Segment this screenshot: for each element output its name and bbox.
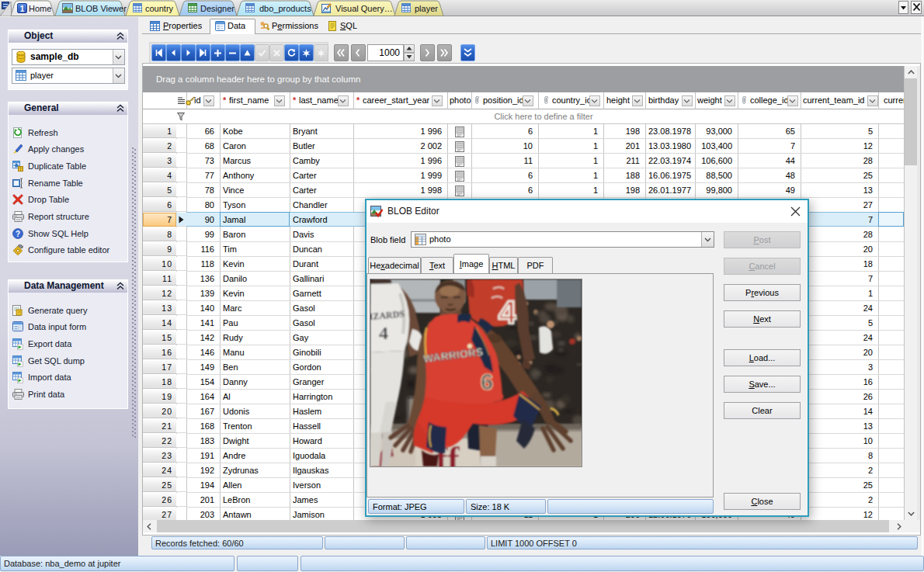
svg-text:4: 4 — [379, 323, 388, 343]
svg-text:?: ? — [16, 230, 20, 238]
svg-text:6: 6 — [481, 369, 493, 394]
svg-text:4: 4 — [498, 294, 517, 331]
